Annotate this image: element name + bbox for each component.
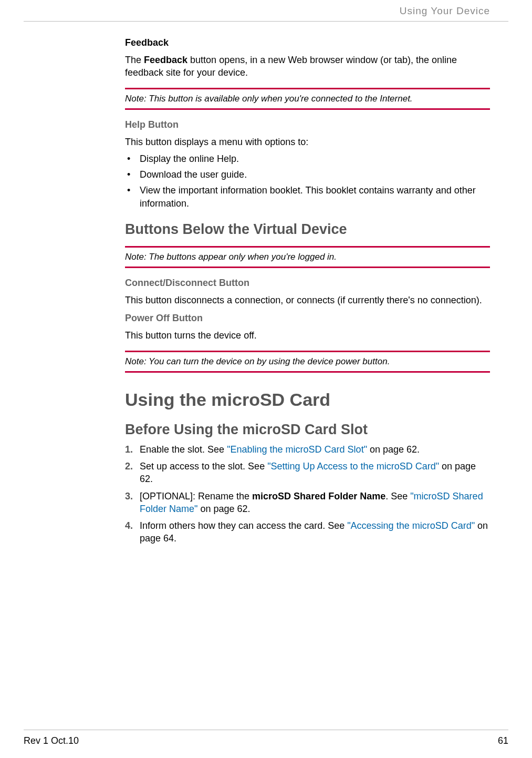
help-bullet-list: Display the online Help. Download the us…	[125, 152, 490, 210]
buttons-below-note-text: Note: The buttons appear only when you'r…	[125, 252, 337, 262]
step-bold: microSD Shared Folder Name	[252, 491, 385, 501]
list-item: Download the user guide.	[125, 168, 490, 181]
help-intro: This button displays a menu with options…	[125, 136, 490, 148]
feedback-note: Note: This button is available only when…	[125, 88, 490, 110]
connect-text: This button disconnects a connection, or…	[125, 294, 490, 306]
microsd-steps: Enable the slot. See "Enabling the micro…	[125, 443, 490, 545]
step-text: Set up access to the slot. See	[140, 461, 267, 472]
step-text: . See	[385, 491, 410, 501]
power-text: This button turns the device off.	[125, 329, 490, 342]
power-heading: Power Off Button	[125, 313, 490, 324]
link-enable-slot[interactable]: "Enabling the microSD Card Slot"	[227, 444, 367, 455]
footer-rev: Rev 1 Oct.10	[24, 735, 79, 746]
page-footer: Rev 1 Oct.10 61	[24, 730, 508, 746]
help-heading: Help Button	[125, 119, 490, 130]
step-item: Inform others how they can access the ca…	[125, 519, 490, 545]
buttons-below-note: Note: The buttons appear only when you'r…	[125, 246, 490, 268]
power-note: Note: You can turn the device on by usin…	[125, 351, 490, 373]
step-text: on page 62.	[197, 504, 250, 514]
power-note-text: Note: You can turn the device on by usin…	[125, 356, 390, 366]
link-accessing-card[interactable]: "Accessing the microSD Card"	[347, 520, 475, 531]
page-content: Feedback The Feedback button opens, in a…	[0, 22, 532, 545]
step-text: on page 62.	[367, 444, 420, 455]
step-text: Enable the slot. See	[140, 444, 227, 455]
connect-heading: Connect/Disconnect Button	[125, 278, 490, 289]
feedback-bold: Feedback	[144, 55, 187, 65]
footer-page-number: 61	[498, 735, 508, 746]
feedback-paragraph: The Feedback button opens, in a new Web …	[125, 54, 490, 79]
page-header-section: Using Your Device	[0, 0, 532, 21]
feedback-text-pre: The	[125, 55, 144, 65]
feedback-heading: Feedback	[125, 37, 490, 48]
feedback-note-text: Note: This button is available only when…	[125, 94, 413, 104]
buttons-below-heading: Buttons Below the Virtual Device	[125, 221, 490, 238]
step-item: Enable the slot. See "Enabling the micro…	[125, 443, 490, 456]
link-setup-access[interactable]: "Setting Up Access to the microSD Card"	[267, 461, 439, 472]
step-item: [OPTIONAL]: Rename the microSD Shared Fo…	[125, 490, 490, 516]
step-text: Inform others how they can access the ca…	[140, 520, 347, 531]
list-item: View the important information booklet. …	[125, 184, 490, 210]
microsd-subheading: Before Using the microSD Card Slot	[125, 422, 490, 438]
microsd-heading: Using the microSD Card	[125, 390, 490, 410]
step-text: [OPTIONAL]: Rename the	[140, 491, 252, 501]
step-item: Set up access to the slot. See "Setting …	[125, 460, 490, 486]
list-item: Display the online Help.	[125, 152, 490, 165]
